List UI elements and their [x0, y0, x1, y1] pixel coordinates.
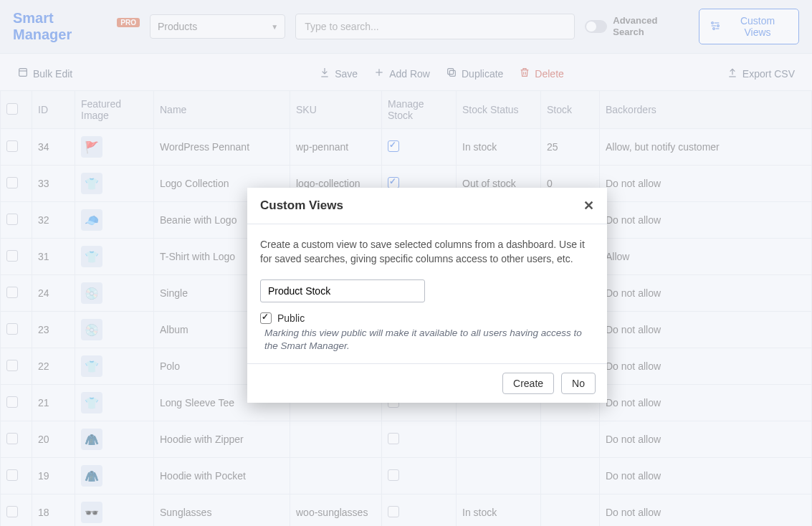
close-icon[interactable]: ✕: [583, 198, 594, 214]
custom-views-modal: Custom Views ✕ Create a custom view to s…: [247, 188, 607, 403]
public-hint: Marking this view public will make it av…: [260, 327, 594, 354]
public-label: Public: [277, 312, 305, 324]
modal-description: Create a custom view to save selected co…: [260, 237, 594, 267]
public-checkbox[interactable]: [260, 312, 272, 324]
no-button[interactable]: No: [561, 373, 596, 394]
modal-title: Custom Views: [260, 199, 343, 213]
view-name-input[interactable]: [260, 279, 425, 302]
create-button[interactable]: Create: [502, 373, 554, 394]
